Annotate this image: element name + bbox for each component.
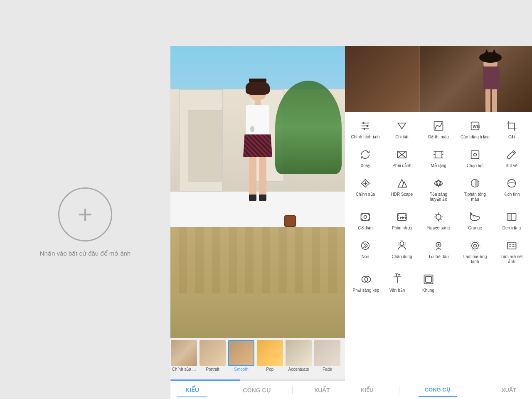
- tool-tphan-tong-mau[interactable]: T.phán tông màu: [460, 174, 491, 204]
- select-icon: [468, 147, 483, 162]
- svg-line-12: [402, 151, 406, 155]
- tool-label-can-bang-trang: Cân bằng trắng: [461, 135, 490, 140]
- tool-lam-mo-net-anh[interactable]: Làm mờ nét ảnh: [496, 236, 527, 266]
- tool-tu-the-dau[interactable]: Tư thế đầu: [423, 236, 454, 266]
- tool-chi-tiet[interactable]: Chi tiết: [387, 116, 418, 142]
- tool-chinh-hinh-anh[interactable]: Chỉnh hình ảnh: [350, 116, 381, 142]
- tool-nguoc-sang[interactable]: Ngược sáng: [423, 207, 454, 233]
- preview-person: [474, 54, 507, 112]
- sliders-icon: [358, 118, 373, 133]
- tools-row-6: Phơi sáng kép Tt Văn bản Khung: [347, 270, 530, 295]
- thumb-label-pop: Pop: [266, 367, 274, 372]
- noir-icon: [358, 238, 373, 253]
- style-thumbnail-strip: Chỉnh sửa ... Portrait Smooth Pop Accent…: [170, 338, 345, 379]
- thumb-img-portrait: [200, 340, 226, 366]
- tool-label-tphan-tong-mau: T.phán tông màu: [461, 192, 490, 202]
- text-icon: Tt: [390, 272, 405, 287]
- right-panel: Chỉnh hình ảnh Chi tiết Đồ thị màu: [345, 46, 532, 399]
- tool-label-tu-the-dau: Tư thế đầu: [428, 254, 448, 259]
- tool-label-den-trang: Đen trắng: [502, 226, 521, 231]
- tool-label-toa-sang: Tỏa sáng huyền ảo: [424, 192, 453, 202]
- tab-cong-cu-middle[interactable]: CÔNG CỤ: [235, 384, 279, 397]
- tab-kieu-right[interactable]: KIỂU: [355, 384, 379, 397]
- svg-marker-28: [402, 182, 407, 187]
- tool-co-dien[interactable]: Cổ điển: [350, 207, 381, 233]
- tool-phoi-canh[interactable]: Phối cảnh: [387, 145, 418, 170]
- tonal-icon: [468, 176, 483, 191]
- grunge-icon: [468, 209, 483, 224]
- thumb-img-smooth: [228, 340, 254, 366]
- svg-point-54: [472, 242, 478, 249]
- tool-khung[interactable]: Khung: [413, 270, 444, 295]
- tool-label-phim-nhua: Phim nhựa: [392, 226, 412, 231]
- photo-display: [170, 46, 345, 338]
- thumb-fade[interactable]: Fade: [314, 340, 341, 372]
- healing-icon: [358, 176, 373, 191]
- trees-area: [275, 81, 342, 174]
- tool-label-but-ve: Bút vẽ: [506, 163, 518, 168]
- tools-row-5: Noir Chân dung Tư thế đầu: [347, 236, 530, 266]
- svg-line-13: [398, 155, 402, 158]
- right-bottom-tabs: KIỂU CÔNG CỤ XUẤT: [345, 381, 532, 399]
- tilt-shift-icon: [504, 238, 519, 253]
- tool-noir[interactable]: Noir: [350, 236, 381, 266]
- tab-kieu-middle[interactable]: KIỂU: [177, 383, 207, 397]
- tool-phoi-sang-kep[interactable]: Phơi sáng kép: [350, 270, 382, 295]
- tool-toa-sang[interactable]: Tỏa sáng huyền ảo: [423, 174, 454, 204]
- thumb-img-fade: [314, 340, 340, 366]
- thumb-img-chinh-sua: [171, 340, 197, 366]
- thumb-portrait[interactable]: Portrait: [199, 340, 226, 372]
- svg-rect-36: [398, 217, 399, 219]
- svg-point-4: [366, 125, 368, 127]
- tool-chan-dung[interactable]: Chân dung: [387, 236, 418, 266]
- svg-point-33: [364, 216, 367, 219]
- tool-van-ban[interactable]: Tt Văn bản: [382, 270, 413, 295]
- tool-chon-loc[interactable]: Chọn lọc: [460, 145, 491, 170]
- thumb-accentuate[interactable]: Accentuate: [285, 340, 312, 372]
- perspective-icon: [394, 147, 409, 162]
- tool-hdr-scape[interactable]: HDR Scape: [387, 174, 418, 204]
- tab-xuat-middle[interactable]: XUẤT: [306, 384, 338, 397]
- thumb-chinh-sua[interactable]: Chỉnh sửa ...: [170, 340, 197, 372]
- frame-icon: [421, 272, 436, 287]
- tool-lam-mo-ong-kinh[interactable]: Làm mờ ống kính: [460, 236, 491, 266]
- svg-rect-48: [507, 214, 512, 220]
- tool-label-chan-dung: Chân dung: [392, 254, 412, 259]
- tool-chinh-sua[interactable]: Chỉnh sửa: [350, 174, 381, 204]
- thumb-smooth[interactable]: Smooth: [228, 340, 255, 372]
- tool-mo-rong[interactable]: Mở rộng: [423, 145, 454, 170]
- tool-can-bang-trang[interactable]: WB Cân bằng trắng: [460, 116, 491, 142]
- tools-row-1: Chỉnh hình ảnh Chi tiết Đồ thị màu: [347, 116, 530, 142]
- crop-icon: [504, 118, 519, 133]
- right-tab-divider-1: [399, 386, 399, 394]
- tools-grid: Chỉnh hình ảnh Chi tiết Đồ thị màu: [345, 112, 532, 381]
- tool-label-lam-mo-ong-kinh: Làm mờ ống kính: [461, 254, 490, 264]
- tools-row-4: Cổ điển ▶▶▶ Phim nhựa Ngược sáng: [347, 207, 530, 233]
- svg-line-14: [402, 155, 406, 158]
- thumb-img-accentuate: [286, 340, 312, 366]
- tool-do-thi-mau[interactable]: Đồ thị màu: [423, 116, 454, 142]
- tool-label-kich-tinh: Kịch tính: [503, 192, 520, 197]
- add-photo-button[interactable]: +: [58, 187, 112, 241]
- tool-xoay[interactable]: Xoay: [350, 145, 381, 170]
- thumb-pop[interactable]: Pop: [256, 340, 283, 372]
- open-photo-instruction: Nhấn vào bất cứ đâu để mở ảnh: [40, 250, 131, 257]
- tool-but-ve[interactable]: Bút vẽ: [496, 145, 527, 170]
- tab-cong-cu-right[interactable]: CÔNG CỤ: [419, 383, 457, 397]
- tool-grunge[interactable]: Grunge: [460, 207, 491, 233]
- tool-label-chon-loc: Chọn lọc: [467, 163, 483, 168]
- tool-cat[interactable]: Cắt: [496, 116, 527, 142]
- svg-point-51: [399, 240, 405, 247]
- svg-point-3: [362, 122, 365, 124]
- tool-phim-nhua[interactable]: ▶▶▶ Phim nhựa: [387, 207, 418, 233]
- brush-icon: [504, 147, 519, 162]
- tool-label-xoay: Xoay: [361, 163, 370, 168]
- svg-point-5: [363, 128, 365, 130]
- tab-xuat-right[interactable]: XUẤT: [495, 384, 522, 397]
- tool-kich-tinh[interactable]: Kịch tính: [496, 174, 527, 204]
- tool-den-trang[interactable]: Đen trắng: [496, 207, 527, 233]
- right-preview-image: [345, 46, 532, 112]
- svg-line-11: [398, 151, 402, 155]
- tool-label-chinh-hinh-anh: Chỉnh hình ảnh: [351, 135, 379, 140]
- svg-line-45: [436, 214, 437, 215]
